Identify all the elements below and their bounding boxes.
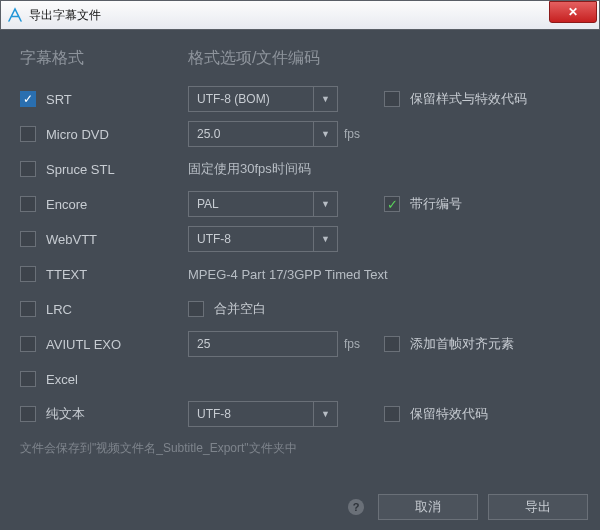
label-aviutl: AVIUTL EXO [46,337,121,352]
checkbox-srt[interactable] [20,91,36,107]
checkbox-excel[interactable] [20,371,36,387]
checkbox-plaintext-keepfx[interactable] [384,406,400,422]
checkbox-lrc[interactable] [20,301,36,317]
label-srt: SRT [46,92,72,107]
label-srt-keepstyle: 保留样式与特效代码 [410,90,527,108]
save-note: 文件会保存到"视频文件名_Subtitle_Export"文件夹中 [20,440,580,457]
window-title: 导出字幕文件 [29,7,549,24]
checkbox-aviutl-addframe[interactable] [384,336,400,352]
label-encore-linenum: 带行编号 [410,195,462,213]
label-aviutl-addframe: 添加首帧对齐元素 [410,335,514,353]
unit-fps: fps [344,337,384,351]
checkbox-plaintext[interactable] [20,406,36,422]
chevron-down-icon [313,227,337,251]
app-icon [7,7,23,23]
chevron-down-icon [313,122,337,146]
checkbox-aviutl[interactable] [20,336,36,352]
titlebar: 导出字幕文件 ✕ [0,0,600,30]
input-aviutl-fps[interactable]: 25 [188,331,338,357]
select-encore-standard[interactable]: PAL [188,191,338,217]
text-spruce-fixed: 固定使用30fps时间码 [188,160,311,178]
chevron-down-icon [313,87,337,111]
unit-fps: fps [344,127,384,141]
chevron-down-icon [313,402,337,426]
select-webvtt-encoding[interactable]: UTF-8 [188,226,338,252]
content-panel: 字幕格式 格式选项/文件编码 SRT UTF-8 (BOM) 保留样式与特效代码… [0,30,600,484]
checkbox-lrc-merge[interactable] [188,301,204,317]
label-encore: Encore [46,197,87,212]
checkbox-ttext[interactable] [20,266,36,282]
label-sprucestl: Spruce STL [46,162,115,177]
help-icon[interactable]: ? [348,499,364,515]
select-microdvd-fps[interactable]: 25.0 [188,121,338,147]
label-webvtt: WebVTT [46,232,97,247]
checkbox-microdvd[interactable] [20,126,36,142]
label-microdvd: Micro DVD [46,127,109,142]
footer: ? 取消 导出 [0,484,600,530]
export-button[interactable]: 导出 [488,494,588,520]
checkbox-encore[interactable] [20,196,36,212]
checkbox-srt-keepstyle[interactable] [384,91,400,107]
header-options: 格式选项/文件编码 [188,48,320,69]
chevron-down-icon [313,192,337,216]
select-plaintext-encoding[interactable]: UTF-8 [188,401,338,427]
checkbox-encore-linenum[interactable] [384,196,400,212]
label-lrc: LRC [46,302,72,317]
label-plaintext: 纯文本 [46,405,85,423]
select-srt-encoding[interactable]: UTF-8 (BOM) [188,86,338,112]
checkbox-sprucestl[interactable] [20,161,36,177]
header-format: 字幕格式 [20,48,188,69]
label-lrc-merge: 合并空白 [214,300,266,318]
cancel-button[interactable]: 取消 [378,494,478,520]
label-excel: Excel [46,372,78,387]
label-ttext: TTEXT [46,267,87,282]
checkbox-webvtt[interactable] [20,231,36,247]
close-icon: ✕ [568,5,578,19]
text-ttext-desc: MPEG-4 Part 17/3GPP Timed Text [188,267,388,282]
close-button[interactable]: ✕ [549,1,597,23]
label-plaintext-keepfx: 保留特效代码 [410,405,488,423]
